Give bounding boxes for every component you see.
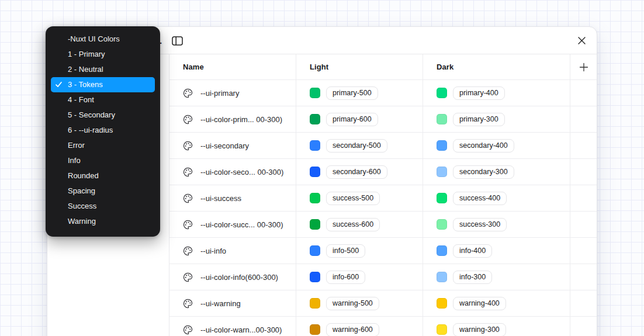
palette-icon xyxy=(183,272,193,282)
light-color-chip[interactable]: warning-600 xyxy=(326,323,379,336)
pages-dropdown-menu: -Nuxt UI Colors 1 - Primary 2 - Neutral … xyxy=(46,26,160,237)
row-extra-cell xyxy=(570,133,597,158)
dropdown-item-label: Error xyxy=(68,141,85,150)
close-icon xyxy=(578,37,586,44)
dark-value-cell: primary-300 xyxy=(423,106,570,132)
light-color-swatch xyxy=(310,324,320,335)
row-extra-cell xyxy=(570,264,597,290)
token-name-cell: --ui-color-prim... 00-300) xyxy=(169,106,296,132)
light-color-chip[interactable]: warning-500 xyxy=(326,297,379,310)
token-table-row[interactable]: --ui-secondary secondary-500 secondary-4… xyxy=(169,133,597,159)
dropdown-menu-item[interactable]: Info xyxy=(51,153,155,168)
dropdown-menu-item[interactable]: -Nuxt UI Colors xyxy=(51,32,155,47)
dark-color-chip[interactable]: warning-400 xyxy=(453,297,506,310)
dropdown-item-label: 3 - Tokens xyxy=(68,80,103,89)
column-header-name: Name xyxy=(169,54,296,79)
dark-color-chip[interactable]: secondary-400 xyxy=(453,139,514,153)
light-color-chip[interactable]: info-500 xyxy=(326,244,365,258)
table-header-row: Name Light Dark xyxy=(169,54,597,80)
dark-color-chip[interactable]: info-300 xyxy=(453,271,492,284)
light-value-cell: secondary-500 xyxy=(296,133,423,158)
light-color-chip[interactable]: success-500 xyxy=(326,192,380,205)
token-name: --ui-warning xyxy=(200,299,241,308)
token-name-cell: --ui-color-warn...00-300) xyxy=(169,317,296,336)
dropdown-item-label: -Nuxt UI Colors xyxy=(68,34,120,43)
dark-color-chip[interactable]: success-300 xyxy=(453,218,507,231)
light-value-cell: info-600 xyxy=(296,264,423,290)
palette-icon xyxy=(183,88,193,98)
dark-value-cell: info-400 xyxy=(423,238,570,264)
light-color-chip[interactable]: secondary-500 xyxy=(326,139,387,153)
dark-color-swatch xyxy=(437,219,447,230)
token-table-row[interactable]: --ui-color-warn...00-300) warning-600 wa… xyxy=(169,317,597,336)
dropdown-item-label: Success xyxy=(68,202,96,210)
dark-value-cell: info-300 xyxy=(423,264,570,290)
dark-color-chip[interactable]: warning-300 xyxy=(453,323,506,336)
dropdown-menu-item[interactable]: Success xyxy=(51,199,155,214)
sidebar-toggle-button[interactable] xyxy=(168,32,186,50)
token-name: --ui-color-prim... 00-300) xyxy=(200,115,282,124)
dropdown-menu-item[interactable]: 2 - Neutral xyxy=(51,62,155,77)
light-color-chip[interactable]: secondary-600 xyxy=(326,165,387,179)
light-color-swatch xyxy=(310,114,320,124)
light-value-cell: warning-500 xyxy=(296,290,423,316)
dropdown-menu-item[interactable]: Error xyxy=(51,138,155,153)
dropdown-item-label: Spacing xyxy=(68,186,95,195)
dropdown-item-label: 5 - Secondary xyxy=(68,110,115,119)
dropdown-menu-item[interactable]: 3 - Tokens xyxy=(51,77,155,92)
palette-icon xyxy=(183,167,193,177)
dark-color-chip[interactable]: primary-300 xyxy=(453,113,505,126)
row-extra-cell xyxy=(570,80,597,106)
dropdown-menu-item[interactable]: Warning xyxy=(51,214,155,229)
dropdown-menu-item[interactable]: Rounded xyxy=(51,168,155,183)
dropdown-menu-item[interactable]: Spacing xyxy=(51,183,155,199)
light-value-cell: secondary-600 xyxy=(296,159,423,185)
dark-color-chip[interactable]: secondary-300 xyxy=(453,165,514,179)
token-table-row[interactable]: --ui-color-succ... 00-300) success-600 s… xyxy=(169,212,597,238)
dark-value-cell: warning-300 xyxy=(423,317,570,336)
dropdown-item-label: 2 - Neutral xyxy=(68,65,103,74)
close-panel-button[interactable] xyxy=(573,32,591,50)
dark-color-chip[interactable]: info-400 xyxy=(453,244,492,258)
dark-color-chip[interactable]: primary-400 xyxy=(453,86,505,100)
light-color-chip[interactable]: success-600 xyxy=(326,218,380,231)
token-table-row[interactable]: --ui-warning warning-500 warning-400 xyxy=(169,290,597,317)
plus-icon xyxy=(579,63,588,72)
dark-color-swatch xyxy=(437,245,447,256)
dropdown-menu-item[interactable]: 6 - --ui-radius xyxy=(51,123,155,138)
dark-value-cell: success-400 xyxy=(423,185,570,211)
token-name: --ui-success xyxy=(200,194,241,203)
dropdown-item-label: 6 - --ui-radius xyxy=(68,126,113,134)
dropdown-item-label: Warning xyxy=(68,217,96,226)
add-column-button[interactable] xyxy=(574,58,593,76)
light-value-cell: success-500 xyxy=(296,185,423,211)
token-table-row[interactable]: --ui-color-prim... 00-300) primary-600 p… xyxy=(169,106,597,133)
token-name: --ui-color-warn...00-300) xyxy=(200,325,282,334)
light-color-chip[interactable]: primary-600 xyxy=(326,113,378,126)
dropdown-item-label: Info xyxy=(68,156,81,165)
light-color-swatch xyxy=(310,219,320,230)
row-extra-cell xyxy=(570,212,597,237)
light-value-cell: info-500 xyxy=(296,238,423,264)
tokens-table: Name Light Dark xyxy=(169,54,597,336)
token-table-row[interactable]: --ui-success success-500 success-400 xyxy=(169,185,597,212)
light-color-chip[interactable]: info-600 xyxy=(326,271,365,284)
row-extra-cell xyxy=(570,106,597,132)
dropdown-item-label: 1 - Primary xyxy=(68,50,105,58)
token-table-row[interactable]: --ui-color-seco... 00-300) secondary-600… xyxy=(169,159,597,185)
token-name-cell: --ui-success xyxy=(169,185,296,211)
token-table-row[interactable]: --ui-info info-500 info-400 xyxy=(169,238,597,264)
dropdown-menu-item[interactable]: 1 - Primary xyxy=(51,47,155,62)
token-name: --ui-secondary xyxy=(200,141,249,150)
dark-color-chip[interactable]: success-400 xyxy=(453,192,507,205)
dark-color-swatch xyxy=(437,298,447,309)
token-table-row[interactable]: --ui-color-info(600-300) info-600 info-3… xyxy=(169,264,597,290)
dropdown-menu-item[interactable]: 5 - Secondary xyxy=(51,108,155,123)
dropdown-menu-item[interactable]: 4 - Font xyxy=(51,92,155,108)
token-name: --ui-primary xyxy=(200,89,239,98)
token-table-row[interactable]: --ui-primary primary-500 primary-400 xyxy=(169,80,597,106)
palette-icon xyxy=(183,299,193,309)
token-name-cell: --ui-secondary xyxy=(169,133,296,158)
token-name-cell: --ui-primary xyxy=(169,80,296,106)
light-color-chip[interactable]: primary-500 xyxy=(326,86,378,100)
